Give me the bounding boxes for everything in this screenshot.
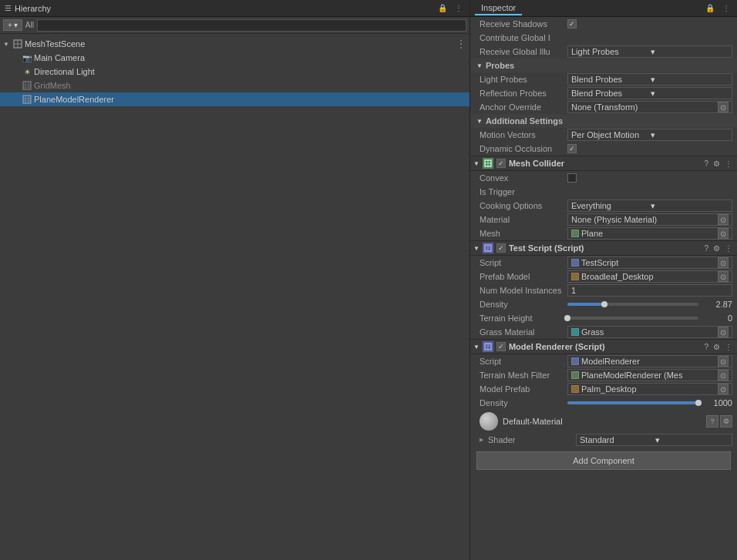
receive-global-illu-dropdown[interactable]: Light Probes ▾	[567, 45, 732, 58]
model-renderer-check[interactable]	[496, 342, 506, 351]
hierarchy-content: ▼ MeshTestScene ⋮ 📷 Main Camera ☀ Direct…	[0, 34, 469, 560]
mr-density-slider-value: 1000	[702, 398, 732, 407]
is-trigger-label: Is Trigger	[480, 187, 564, 196]
num-instances-input[interactable]	[567, 284, 732, 297]
mesh-ref-btn[interactable]: ⊙	[718, 228, 729, 239]
scene-options-btn[interactable]: ⋮	[456, 38, 466, 50]
test-script-help-btn[interactable]: ?	[702, 244, 710, 253]
hierarchy-toolbar: + ▾ All	[0, 17, 469, 34]
mesh-ref: Plane ⊙	[567, 227, 732, 240]
test-script-more-btn[interactable]: ⋮	[723, 244, 734, 253]
contribute-global-label: Contribute Global I	[480, 33, 564, 42]
probes-title: Probes	[486, 61, 514, 70]
inspector-lock-btn[interactable]: 🔒	[703, 3, 717, 13]
anchor-override-btn[interactable]: ⊙	[718, 102, 729, 112]
reflection-probes-dropdown[interactable]: Blend Probes ▾	[567, 87, 732, 99]
model-renderer-triangle: ▼	[473, 344, 480, 350]
script-ref-btn[interactable]: ⊙	[718, 257, 729, 268]
shader-value: Standard	[580, 435, 654, 444]
plus-icon: +	[8, 21, 12, 29]
prefab-model-ref-btn[interactable]: ⊙	[718, 271, 729, 282]
material-ref-btn[interactable]: ⊙	[718, 214, 729, 225]
grass-material-ref-btn[interactable]: ⊙	[718, 327, 729, 337]
inspector-panel: Inspector 🔒 ⋮ Receive Shadows Contribute…	[470, 0, 737, 560]
hierarchy-add-btn[interactable]: + ▾	[3, 19, 22, 31]
convex-row: Convex	[470, 171, 737, 185]
convex-label: Convex	[480, 173, 564, 183]
shader-arrow: ▾	[655, 435, 729, 445]
probes-section-header[interactable]: ▼ Probes	[470, 59, 737, 72]
default-material-row: Default-Material ? ⚙	[470, 410, 737, 433]
terrain-height-slider-track[interactable]	[567, 317, 698, 320]
receive-shadows-check[interactable]	[567, 19, 577, 29]
hierarchy-search-input[interactable]	[37, 19, 466, 32]
hierarchy-panel: ☰ Hierarchy 🔒 ⋮ + ▾ All ▼ MeshTestScene …	[0, 0, 470, 560]
model-renderer-icon	[483, 341, 493, 352]
cooking-options-row: Cooking Options Everything ▾	[470, 199, 737, 213]
inspector-tab[interactable]: Inspector	[475, 2, 522, 15]
hierarchy-item-main-camera[interactable]: 📷 Main Camera	[0, 51, 469, 65]
scene-row[interactable]: ▼ MeshTestScene ⋮	[0, 37, 469, 51]
model-prefab-ref-btn[interactable]: ⊙	[718, 384, 729, 394]
density-slider-fill	[567, 303, 604, 306]
script-value: TestScript	[581, 258, 715, 267]
test-script-title: Test Script (Script)	[509, 243, 700, 253]
convex-check[interactable]	[567, 173, 577, 183]
script-row: Script TestScript ⊙	[470, 256, 737, 270]
test-script-check[interactable]	[496, 243, 506, 253]
model-renderer-settings-btn[interactable]: ⚙	[712, 343, 722, 351]
model-prefab-label: Model Prefab	[480, 384, 564, 394]
test-script-section-header[interactable]: ▼ Test Script (Script) ? ⚙ ⋮	[470, 240, 737, 256]
light-probes-dropdown[interactable]: Blend Probes ▾	[567, 73, 732, 86]
reflection-probes-label: Reflection Probes	[480, 89, 564, 98]
receive-shadows-label: Receive Shadows	[480, 19, 564, 29]
reflection-probes-value: Blend Probes	[571, 89, 649, 98]
model-renderer-section-header[interactable]: ▼ Model Renderer (Script) ? ⚙ ⋮	[470, 339, 737, 354]
shader-dropdown[interactable]: Standard ▾	[576, 434, 732, 446]
hierarchy-item-directional-light[interactable]: ☀ Directional Light	[0, 65, 469, 79]
hierarchy-lock-btn[interactable]: 🔒	[436, 3, 449, 13]
grass-material-label: Grass Material	[480, 327, 564, 337]
mesh-collider-title: Mesh Collider	[509, 159, 700, 168]
mr-density-slider-track[interactable]	[567, 401, 698, 404]
hierarchy-more-btn[interactable]: ⋮	[453, 3, 465, 13]
dynamic-occlusion-check[interactable]	[567, 144, 577, 153]
test-script-settings-btn[interactable]: ⚙	[712, 244, 722, 253]
mesh-collider-more-btn[interactable]: ⋮	[723, 159, 734, 168]
material-row: Material None (Physic Material) ⊙	[470, 213, 737, 226]
inspector-more-btn[interactable]: ⋮	[720, 3, 732, 13]
mesh-label: Mesh	[480, 229, 564, 238]
mesh-collider-help-btn[interactable]: ?	[702, 159, 710, 168]
additional-settings-title: Additional Settings	[486, 116, 563, 126]
model-prefab-row: Model Prefab Palm_Desktop ⊙	[470, 382, 737, 396]
mesh-collider-section-header[interactable]: ▼ Mesh Collider ? ⚙ ⋮	[470, 156, 737, 171]
hierarchy-item-plane-model-renderer[interactable]: PlaneModelRenderer	[0, 92, 469, 106]
mr-script-ref: ModelRenderer ⊙	[567, 355, 732, 367]
mr-script-value: ModelRenderer	[581, 357, 715, 366]
prefab-model-row: Prefab Model Broadleaf_Desktop ⊙	[470, 270, 737, 283]
density-slider-thumb[interactable]	[601, 301, 607, 307]
material-help-btn[interactable]: ?	[706, 415, 718, 428]
receive-global-illu-value: Light Probes	[571, 47, 649, 56]
model-renderer-more-btn[interactable]: ⋮	[723, 343, 734, 351]
hierarchy-item-gridmesh[interactable]: GridMesh	[0, 79, 469, 92]
anchor-override-label: Anchor Override	[480, 102, 564, 112]
mesh-collider-check[interactable]	[496, 159, 506, 168]
material-settings-btn[interactable]: ⚙	[720, 415, 732, 428]
mesh-collider-settings-btn[interactable]: ⚙	[712, 159, 722, 168]
dynamic-occlusion-row: Dynamic Occlusion	[470, 142, 737, 156]
cooking-options-dropdown[interactable]: Everything ▾	[567, 200, 732, 212]
mr-density-slider-thumb[interactable]	[695, 400, 702, 406]
terrain-height-slider-thumb[interactable]	[564, 315, 570, 321]
gridmesh-icon	[22, 80, 32, 91]
motion-vectors-dropdown[interactable]: Per Object Motion ▾	[567, 129, 732, 141]
add-component-btn[interactable]: Add Component	[476, 451, 731, 470]
mr-script-ref-btn[interactable]: ⊙	[718, 356, 729, 367]
terrain-mesh-filter-ref-btn[interactable]: ⊙	[718, 370, 729, 381]
mesh-obj-icon	[571, 230, 579, 237]
cooking-options-label: Cooking Options	[480, 201, 564, 210]
additional-settings-header[interactable]: ▼ Additional Settings	[470, 114, 737, 128]
model-renderer-help-btn[interactable]: ?	[702, 343, 710, 351]
gridmesh-label: GridMesh	[34, 81, 71, 90]
density-slider-track[interactable]	[567, 303, 698, 306]
